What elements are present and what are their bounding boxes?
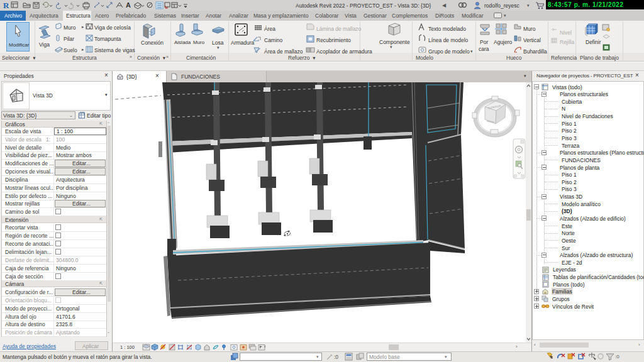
svg-text:A: A: [126, 1, 131, 9]
svg-text::0: :0: [615, 354, 619, 359]
